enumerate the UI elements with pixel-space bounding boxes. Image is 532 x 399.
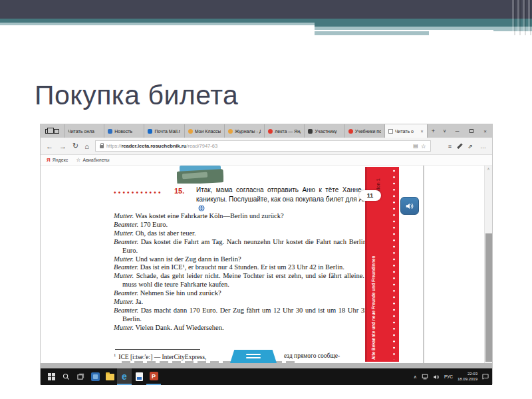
powerpoint-button[interactable]: P <box>146 368 161 385</box>
clock-date: 18.09.2019 <box>458 377 477 382</box>
tab-list-dropdown-icon[interactable]: ∨ <box>439 124 450 138</box>
dialogue-line: Mutter. Und wann ist der Zug dann in Ber… <box>114 255 376 264</box>
taskbar-search-button[interactable] <box>59 368 73 385</box>
tab-novost[interactable]: Новость <box>104 124 144 138</box>
tab-label: Почта Mail.r <box>154 129 180 134</box>
dialogue-line: Beamter. Das kostet die Fahrt am Tag. Na… <box>114 238 376 255</box>
scrollbar-thumb[interactable] <box>485 233 492 362</box>
speaker-icon <box>405 201 414 211</box>
tab-strip: Читать онла Новость Почта Mail.r Мои Кла… <box>41 124 492 138</box>
photos-app-icon <box>91 372 100 381</box>
favorite-yandex[interactable]: Я Яндекс <box>47 157 68 163</box>
edge-browser-button[interactable]: e <box>117 368 132 385</box>
url-scheme: https:// <box>106 143 122 149</box>
settings-more-icon[interactable]: … <box>480 143 487 150</box>
page-number-badge: 11 <box>359 190 381 201</box>
dialogue-speaker: Mutter. <box>114 255 134 263</box>
dialogue-line: Mutter. Vielen Dank. Auf Wiedersehen. <box>114 324 376 332</box>
windows-taskbar: e P ∧ РУС 22:03 18.09.2019 <box>41 368 492 385</box>
footnote-right: езд прямого сообще- <box>284 352 340 359</box>
dialogue-speaker: Mutter. <box>114 272 134 279</box>
tab-uchebniki[interactable]: Учебники по <box>344 124 384 138</box>
window-controls: ─ × <box>450 124 492 138</box>
tab-chitat-online[interactable]: Читать онла <box>64 124 104 138</box>
tab-favicon <box>228 129 233 134</box>
window-close-button[interactable]: × <box>478 124 492 138</box>
action-center-icon[interactable] <box>482 374 489 380</box>
hub-favorites-icon[interactable]: ≡ <box>448 143 452 150</box>
tab-chitat-active[interactable]: Читать о × <box>384 124 428 138</box>
tab-close-icon[interactable]: × <box>421 129 424 134</box>
refresh-icon[interactable]: ↻ <box>72 142 78 150</box>
window-minimize-button[interactable]: ─ <box>450 124 464 138</box>
new-tab-button[interactable]: + <box>428 124 439 138</box>
volume-icon[interactable] <box>433 374 440 380</box>
tab-label: Мои Классы <box>195 129 221 134</box>
window-bottom-edge <box>41 363 492 368</box>
task-view-icon <box>77 373 84 380</box>
dialogue-speaker: Mutter. <box>114 298 134 305</box>
photos-app-button[interactable] <box>88 368 102 385</box>
address-bar[interactable]: https://reader.lecta.rosuchebnik.ru/read… <box>95 140 431 152</box>
file-explorer-button[interactable] <box>102 368 117 385</box>
dialogue-line: Mutter. Oh, das ist aber teuer. <box>114 229 376 238</box>
footnote-left: 1ICE [i:tse:'e:] — InterCityExpress, <box>114 352 206 360</box>
tab-uchastniku[interactable]: Участнику <box>304 124 344 138</box>
share-icon[interactable]: ⇗ <box>467 143 473 150</box>
language-indicator[interactable]: РУС <box>444 374 453 379</box>
window-restore-button[interactable] <box>464 124 478 138</box>
exercise-number: 15. <box>174 187 184 195</box>
favorite-aviabilety[interactable]: ☆ Авиабилеты <box>76 157 109 163</box>
tab-favicon <box>188 129 193 134</box>
dialogue-speaker: Beamter. <box>114 289 138 297</box>
dialogue-block: Mutter. Was kostet eine Fahrkarte Köln—B… <box>114 212 376 332</box>
dialogue-speaker: Beamter. <box>114 307 138 314</box>
task-view-button[interactable] <box>73 368 88 385</box>
audio-play-button[interactable] <box>400 197 419 215</box>
scrollbar[interactable]: ∧ <box>484 166 492 363</box>
dialogue-speaker: Mutter. <box>114 324 134 331</box>
dialogue-speaker: Beamter. <box>114 238 138 245</box>
footnote-rule <box>115 349 200 350</box>
reader-panel-handle[interactable] <box>230 350 277 363</box>
listen-audio-icon[interactable] <box>198 205 205 211</box>
dialogue-line: Mutter. Ja. <box>114 298 376 307</box>
footnote-marker: 1 <box>114 352 116 357</box>
page-edge-shadow <box>423 166 424 363</box>
tabs-set-aside-icon[interactable] <box>45 129 51 134</box>
dialogue-text: Ja. <box>136 298 143 305</box>
tab-label: Журналы - Д <box>235 129 261 134</box>
tab-label: лекта — Янд <box>275 129 301 134</box>
dialogue-line: Mutter. Schade, das geht leider nicht. M… <box>114 272 376 289</box>
tray-expand-icon[interactable]: ∧ <box>414 374 417 380</box>
forward-icon[interactable]: → <box>59 142 66 150</box>
reader-content: ••••••••••• 15. Итак, мама согласна отпр… <box>41 166 492 363</box>
document-app-button[interactable] <box>132 368 146 385</box>
tab-pochta-mail[interactable]: Почта Mail.r <box>144 124 184 138</box>
back-icon[interactable]: ← <box>46 142 53 150</box>
tabs-restore-icon[interactable] <box>54 129 59 134</box>
tab-moi-klassy[interactable]: Мои Классы <box>184 124 224 138</box>
band-dots <box>392 168 396 360</box>
tab-lecta-yandex[interactable]: лекта — Янд <box>264 124 304 138</box>
add-favorite-icon[interactable]: ☆ <box>421 143 426 150</box>
favorite-label: Авиабилеты <box>82 158 109 162</box>
home-icon[interactable]: ⌂ <box>84 142 89 150</box>
lock-icon <box>100 145 104 148</box>
network-icon[interactable] <box>422 374 428 380</box>
dialogue-line: Beamter. 170 Euro. <box>114 221 376 229</box>
restore-icon <box>469 129 473 133</box>
reading-view-icon[interactable]: ▤ <box>413 143 418 149</box>
dialogue-text: Das ist ein ICE¹, er braucht nur 4 Stund… <box>140 263 344 271</box>
dialogue-line: Beamter. Das macht dann 170 Euro. Der Zu… <box>114 307 376 324</box>
tab-zhurnaly[interactable]: Журналы - Д <box>224 124 264 138</box>
windows-logo-icon <box>48 373 55 380</box>
dialogue-text: Vielen Dank. Auf Wiedersehen. <box>135 324 223 331</box>
web-note-icon[interactable] <box>457 143 462 148</box>
scrollbar-up-icon[interactable]: ∧ <box>485 166 492 171</box>
exercise-dots: ••••••••••• <box>114 189 163 196</box>
taskbar-clock[interactable]: 22:03 18.09.2019 <box>458 372 477 382</box>
start-button[interactable] <box>44 368 59 385</box>
tab-favicon <box>148 129 152 134</box>
tab-label: Читать о <box>395 129 414 134</box>
